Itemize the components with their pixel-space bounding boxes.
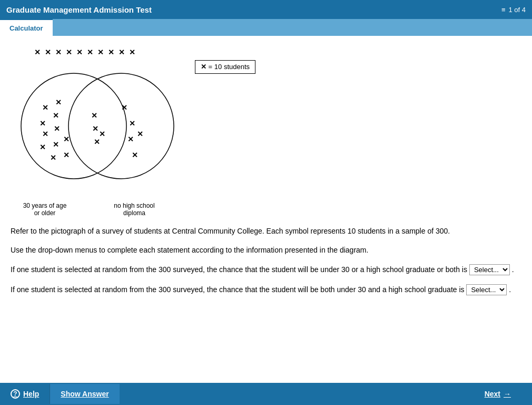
svg-text:✕: ✕: [129, 120, 135, 128]
svg-text:✕: ✕: [40, 120, 46, 128]
svg-text:✕: ✕: [40, 143, 46, 151]
svg-text:✕: ✕: [97, 49, 104, 56]
svg-text:✕: ✕: [132, 151, 138, 159]
dropdown1[interactable]: Select...1/32/33/107/109/101/10: [469, 264, 510, 275]
venn-area: ✕ ✕ ✕ ✕ ✕ ✕ ✕ ✕ ✕ ✕ ✕ ✕ ✕ ✕ ✕ ✕: [11, 44, 521, 217]
venn-diagram: ✕ ✕ ✕ ✕ ✕ ✕ ✕ ✕ ✕ ✕ ✕ ✕ ✕ ✕ ✕ ✕: [11, 44, 179, 217]
content-text: Refer to the pictograph of a survey of s…: [11, 225, 521, 296]
app-header: Graduate Management Admission Test ≡ 1 o…: [0, 0, 532, 19]
statement1-pre: If one student is selected at random fro…: [11, 265, 467, 274]
svg-text:✕: ✕: [66, 49, 72, 56]
svg-text:✕: ✕: [50, 154, 56, 162]
svg-point-10: [21, 73, 126, 179]
svg-text:✕: ✕: [108, 49, 114, 56]
dropdown2[interactable]: Select...1/32/33/107/109/101/10: [466, 284, 507, 295]
svg-text:✕: ✕: [137, 130, 143, 138]
help-button[interactable]: ? Help: [0, 384, 50, 404]
svg-text:✕: ✕: [55, 49, 62, 56]
statement2-post: .: [509, 285, 511, 294]
svg-text:✕: ✕: [42, 130, 48, 138]
svg-text:✕: ✕: [53, 112, 59, 120]
show-answer-label: Show Answer: [61, 390, 109, 398]
paragraph1: Refer to the pictograph of a survey of s…: [11, 225, 521, 237]
svg-text:✕: ✕: [99, 130, 105, 138]
legend-box: ✕ = 10 students: [195, 60, 255, 74]
statement2-row: If one student is selected at random fro…: [11, 284, 521, 296]
main-content: ✕ ✕ ✕ ✕ ✕ ✕ ✕ ✕ ✕ ✕ ✕ ✕ ✕ ✕ ✕ ✕: [0, 36, 532, 383]
show-answer-button[interactable]: Show Answer: [50, 384, 119, 404]
statement2-pre: If one student is selected at random fro…: [11, 285, 465, 294]
svg-text:✕: ✕: [76, 49, 83, 56]
venn-left-label: 30 years of age or older: [11, 202, 79, 217]
venn-labels: 30 years of age or older no high school …: [11, 202, 169, 217]
progress-icon: ≡: [501, 6, 506, 14]
legend-text: = 10 students: [206, 63, 250, 71]
app-title: Graduate Management Admission Test: [6, 5, 152, 14]
venn-right-label: no high school diploma: [100, 202, 169, 217]
svg-text:✕: ✕: [129, 49, 135, 56]
next-arrow-icon: →: [504, 390, 511, 398]
svg-text:✕: ✕: [121, 104, 127, 112]
progress-text: 1 of 4: [508, 6, 526, 14]
svg-text:✕: ✕: [63, 151, 70, 159]
svg-text:✕: ✕: [87, 49, 93, 56]
footer: ? Help Show Answer Next →: [0, 383, 532, 405]
svg-text:✕: ✕: [34, 49, 41, 56]
svg-text:✕: ✕: [53, 141, 59, 149]
svg-text:✕: ✕: [94, 138, 100, 146]
svg-text:✕: ✕: [54, 125, 60, 133]
next-button[interactable]: Next →: [474, 384, 521, 403]
svg-text:✕: ✕: [119, 49, 125, 56]
progress-indicator: ≡ 1 of 4: [501, 6, 526, 14]
svg-text:✕: ✕: [42, 104, 48, 112]
tab-bar: Calculator: [0, 19, 532, 36]
svg-point-11: [68, 73, 174, 179]
footer-right: Next →: [474, 384, 532, 403]
svg-text:✕: ✕: [92, 125, 98, 133]
statement1-post: .: [512, 265, 514, 274]
legend-symbol: ✕: [201, 63, 206, 71]
svg-text:✕: ✕: [91, 112, 97, 120]
footer-left: ? Help Show Answer: [0, 384, 120, 404]
help-label: Help: [23, 390, 39, 398]
tab-calculator[interactable]: Calculator: [0, 19, 53, 36]
help-circle-icon: ?: [11, 389, 20, 399]
next-label: Next: [485, 390, 500, 398]
svg-text:✕: ✕: [127, 136, 134, 143]
svg-text:✕: ✕: [63, 136, 70, 143]
svg-text:✕: ✕: [45, 49, 51, 56]
svg-text:✕: ✕: [55, 99, 62, 107]
paragraph2: Use the drop-down menus to complete each…: [11, 244, 521, 256]
statement1-row: If one student is selected at random fro…: [11, 264, 521, 276]
